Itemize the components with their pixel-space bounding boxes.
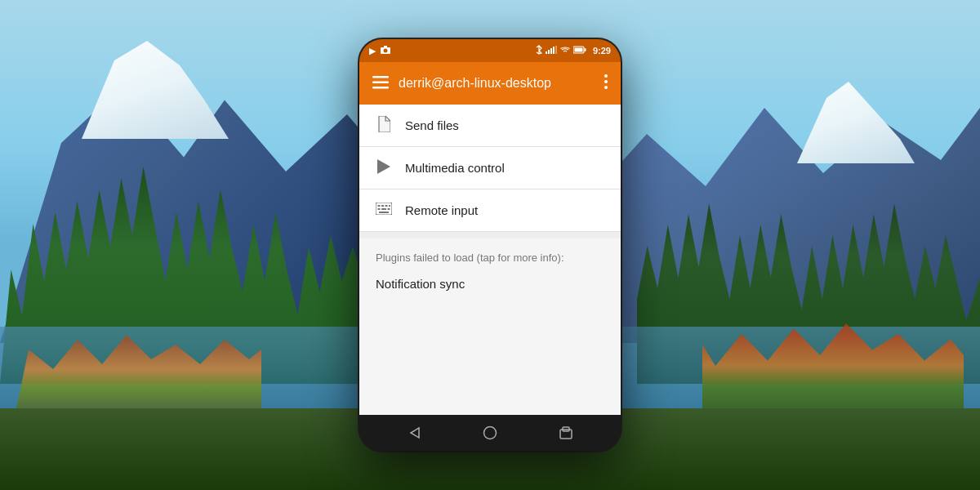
svg-rect-21 [385,205,388,207]
app-bar-title: derrik@arch-linux-desktop [399,76,595,91]
signal-icon [546,46,557,56]
recents-button[interactable] [550,416,582,449]
home-button[interactable] [474,416,506,449]
play-triangle-icon [376,159,392,177]
svg-rect-25 [388,208,390,210]
svg-rect-2 [384,46,387,47]
svg-rect-24 [381,208,386,210]
plugins-failed-label: Plugins failed to load (tap for more inf… [376,252,604,264]
svg-point-14 [604,74,608,78]
svg-rect-6 [553,47,555,54]
multimedia-control-label: Multimedia control [405,161,505,175]
status-left-icons: ▶ [369,46,390,56]
send-files-item[interactable]: Send files [359,105,621,147]
status-time: 9:29 [593,46,611,56]
phone-wrapper: ▶ [359,39,621,451]
battery-icon [573,46,586,56]
svg-rect-9 [584,48,586,51]
svg-rect-13 [372,87,389,89]
svg-point-1 [384,49,388,53]
more-options-button[interactable] [604,74,608,93]
svg-point-16 [604,86,608,89]
multimedia-control-item[interactable]: Multimedia control [359,147,621,189]
svg-rect-26 [379,212,389,213]
keyboard-icon [376,203,392,218]
nav-bar [359,415,621,451]
plugins-section: Plugins failed to load (tap for more inf… [359,238,621,304]
wifi-icon [560,46,570,56]
svg-rect-4 [548,50,550,54]
svg-rect-3 [546,51,547,54]
bluetooth-icon [536,45,542,56]
svg-point-15 [604,80,608,83]
svg-rect-19 [378,205,381,207]
svg-rect-7 [555,46,557,54]
status-right-icons: 9:29 [536,45,611,56]
remote-input-label: Remote input [405,203,478,217]
svg-point-28 [483,427,496,439]
svg-rect-12 [372,81,389,83]
svg-rect-23 [378,208,381,210]
svg-marker-17 [377,159,390,174]
svg-marker-27 [411,428,419,438]
svg-rect-20 [381,205,384,207]
notification-sync-item[interactable]: Notification sync [376,270,604,297]
mountain-left-snow [65,41,229,139]
section-divider [359,232,621,238]
svg-rect-5 [550,48,552,54]
remote-input-item[interactable]: Remote input [359,189,621,232]
back-button[interactable] [398,416,430,449]
svg-rect-22 [389,205,390,207]
app-bar: derrik@arch-linux-desktop [359,62,621,105]
notification-sync-label: Notification sync [376,277,604,291]
menu-button[interactable] [372,76,389,91]
svg-rect-11 [372,76,389,78]
photo-status-icon [381,46,390,56]
play-status-icon: ▶ [369,46,376,56]
content-area: Send files Multimedia control [359,105,621,415]
file-icon [376,116,392,136]
status-bar: ▶ [359,39,621,62]
svg-rect-10 [574,48,582,52]
send-files-label: Send files [405,118,459,132]
phone-frame: ▶ [359,39,621,451]
